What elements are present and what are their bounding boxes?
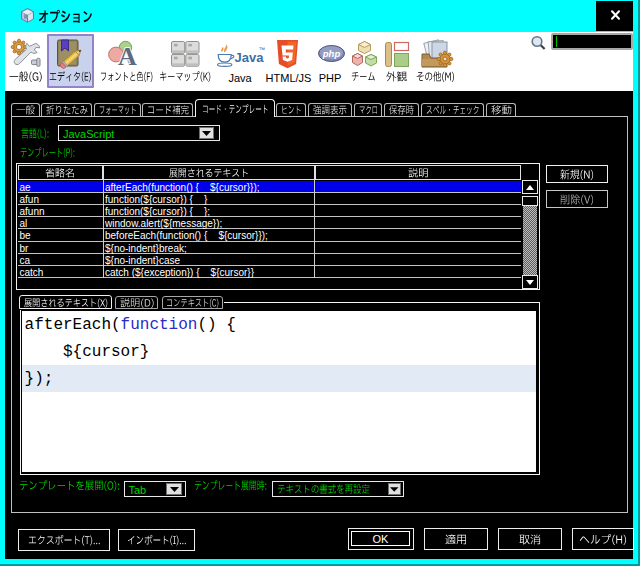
svg-text:A: A xyxy=(118,42,137,71)
svg-text:php: php xyxy=(322,48,341,59)
svg-text:™: ™ xyxy=(259,46,266,53)
